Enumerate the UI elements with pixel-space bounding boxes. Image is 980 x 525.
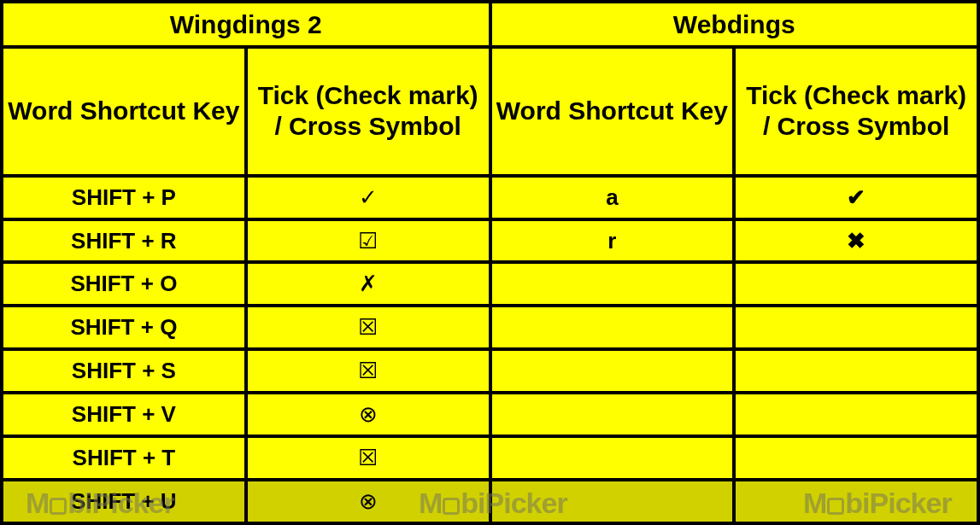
cell-left-sym: ☒ (246, 349, 490, 393)
shortcut-table: Wingdings 2 Webdings Word Shortcut Key T… (0, 0, 980, 525)
col-header-right-symbol: Tick (Check mark) / Cross Symbol (734, 47, 978, 175)
table-row: SHIFT + Q ☒ (2, 306, 978, 349)
cell-right-key (490, 393, 735, 436)
cell-left-key: SHIFT + T (2, 436, 246, 480)
cell-right-key (490, 306, 735, 349)
col-header-right-shortcut: Word Shortcut Key (490, 47, 735, 175)
cell-left-key: SHIFT + Q (2, 306, 246, 349)
cell-left-key: SHIFT + U (2, 480, 246, 523)
cell-left-sym: ☒ (246, 306, 490, 349)
cell-right-key (490, 262, 735, 306)
table-row: SHIFT + O ✗ (2, 262, 978, 306)
cell-right-key (490, 436, 735, 480)
font-header-left: Wingdings 2 (2, 2, 490, 47)
cell-right-key: r (490, 219, 735, 263)
cell-right-sym (734, 262, 978, 306)
cell-right-sym (734, 393, 978, 436)
font-header-right: Webdings (490, 2, 979, 47)
cell-left-sym: ✗ (246, 262, 490, 306)
cell-right-key (490, 349, 735, 393)
cell-left-sym: ✓ (246, 176, 490, 219)
cell-left-sym: ⊗ (246, 393, 490, 436)
table-row: SHIFT + R ☑ r ✖ (2, 219, 978, 263)
col-header-left-shortcut: Word Shortcut Key (2, 47, 246, 175)
cell-right-key: a (490, 176, 735, 219)
cell-right-sym (734, 349, 978, 393)
cell-right-sym (734, 480, 978, 523)
cell-right-sym (734, 306, 978, 349)
table-row: SHIFT + P ✓ a ✔ (2, 176, 978, 219)
col-header-left-symbol: Tick (Check mark) / Cross Symbol (246, 47, 490, 175)
table-row: SHIFT + U ⊗ (2, 480, 978, 523)
cell-right-sym (734, 436, 978, 480)
cell-right-sym: ✔ (734, 176, 978, 219)
cell-left-key: SHIFT + V (2, 393, 246, 436)
cell-left-key: SHIFT + P (2, 176, 246, 219)
cell-right-key (490, 480, 735, 523)
cell-left-key: SHIFT + R (2, 219, 246, 263)
cell-left-sym: ☑ (246, 219, 490, 263)
table-row: SHIFT + T ☒ (2, 436, 978, 480)
cell-left-sym: ☒ (246, 436, 490, 480)
cell-left-sym: ⊗ (246, 480, 490, 523)
cell-left-key: SHIFT + O (2, 262, 246, 306)
cell-left-key: SHIFT + S (2, 349, 246, 393)
cell-right-sym: ✖ (734, 219, 978, 263)
table-row: SHIFT + V ⊗ (2, 393, 978, 436)
table-row: SHIFT + S ☒ (2, 349, 978, 393)
